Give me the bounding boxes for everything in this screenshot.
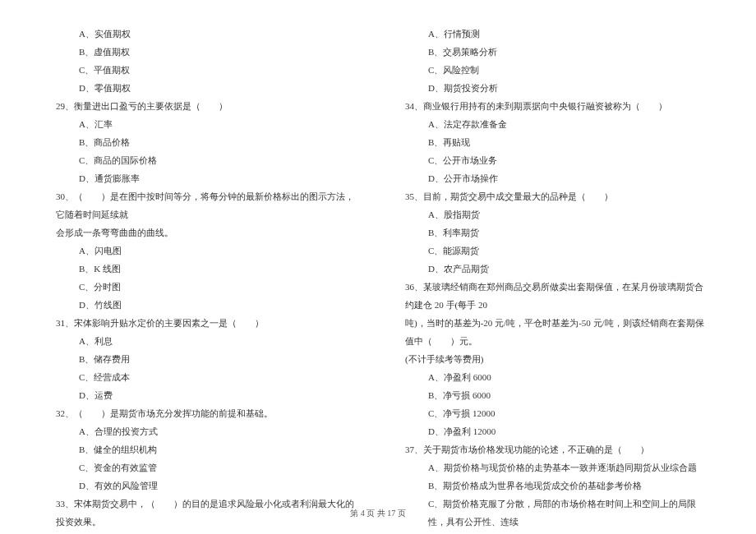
option-item: C、商品的国际价格 [49, 151, 357, 169]
option-item: B、虚值期权 [49, 43, 357, 61]
left-column: A、实值期权 B、虚值期权 C、平值期权 D、零值期权 29、衡量进出口盈亏的主… [49, 25, 357, 534]
option-item: B、健全的组织机构 [49, 440, 357, 458]
option-item: B、再贴现 [399, 133, 707, 151]
option-item: B、K 线图 [49, 260, 357, 278]
option-item: B、净亏损 6000 [399, 386, 707, 404]
option-item: C、平值期权 [49, 61, 357, 79]
option-item: D、零值期权 [49, 79, 357, 97]
question-37: 37、关于期货市场价格发现功能的论述，不正确的是（ ） [399, 440, 707, 458]
right-column: A、行情预测 B、交易策略分析 C、风险控制 D、期货投资分析 34、商业银行用… [399, 25, 707, 534]
option-item: D、农产品期货 [399, 260, 707, 278]
option-item: C、经营成本 [49, 368, 357, 386]
option-item: C、资金的有效监管 [49, 458, 357, 476]
question-31: 31、宋体影响升贴水定价的主要因素之一是（ ） [49, 314, 357, 332]
option-item: A、股指期货 [399, 205, 707, 223]
option-item: B、商品价格 [49, 133, 357, 151]
option-item: A、行情预测 [399, 25, 707, 43]
question-36-line1: 36、某玻璃经销商在郑州商品交易所做卖出套期保值，在某月份玻璃期货合约建仓 20… [399, 278, 707, 314]
option-item: A、法定存款准备金 [399, 115, 707, 133]
question-32: 32、（ ）是期货市场充分发挥功能的前提和基础。 [49, 404, 357, 422]
option-item: D、运费 [49, 386, 357, 404]
option-item: D、公开市场操作 [399, 169, 707, 187]
option-item: B、交易策略分析 [399, 43, 707, 61]
option-item: C、能源期货 [399, 242, 707, 260]
option-item: A、汇率 [49, 115, 357, 133]
option-item: B、储存费用 [49, 350, 357, 368]
option-item: C、风险控制 [399, 61, 707, 79]
question-36-line2: 吨)，当时的基差为-20 元/吨，平仓时基差为-50 元/吨，则该经销商在套期保… [399, 314, 707, 350]
option-item: A、闪电图 [49, 242, 357, 260]
question-35: 35、目前，期货交易中成交量最大的品种是（ ） [399, 187, 707, 205]
question-30-line1: 30、（ ）是在图中按时间等分，将每分钟的最新价格标出的图示方法，它随着时间延续… [49, 187, 357, 223]
option-item: A、利息 [49, 332, 357, 350]
question-29: 29、衡量进出口盈亏的主要依据是（ ） [49, 97, 357, 115]
option-item-cont: 性、预期性的特点 [399, 531, 707, 534]
option-item: B、期货价格成为世界各地现货成交价的基础参考价格 [399, 476, 707, 495]
content-columns: A、实值期权 B、虚值期权 C、平值期权 D、零值期权 29、衡量进出口盈亏的主… [49, 25, 707, 534]
option-item: A、合理的投资方式 [49, 422, 357, 440]
option-item: D、通货膨胀率 [49, 169, 357, 187]
question-36-line3: (不计手续考等费用) [399, 350, 707, 368]
option-item: D、净盈利 12000 [399, 422, 707, 440]
option-item: C、净亏损 12000 [399, 404, 707, 422]
option-item: B、利率期货 [399, 223, 707, 242]
option-item: A、期货价格与现货价格的走势基本一致并逐渐趋同期货从业综合题 [399, 458, 707, 476]
option-item: A、实值期权 [49, 25, 357, 43]
option-item: D、竹线图 [49, 296, 357, 314]
option-item: D、期货投资分析 [399, 79, 707, 97]
question-34: 34、商业银行用持有的未到期票据向中央银行融资被称为（ ） [399, 97, 707, 115]
question-30-line2: 会形成一条弯弯曲曲的曲线。 [49, 223, 357, 242]
option-item: C、公开市场业务 [399, 151, 707, 169]
option-item: C、分时图 [49, 278, 357, 296]
option-item: D、有效的风险管理 [49, 476, 357, 495]
option-item: A、净盈利 6000 [399, 368, 707, 386]
page-footer: 第 4 页 共 17 页 [0, 508, 756, 519]
